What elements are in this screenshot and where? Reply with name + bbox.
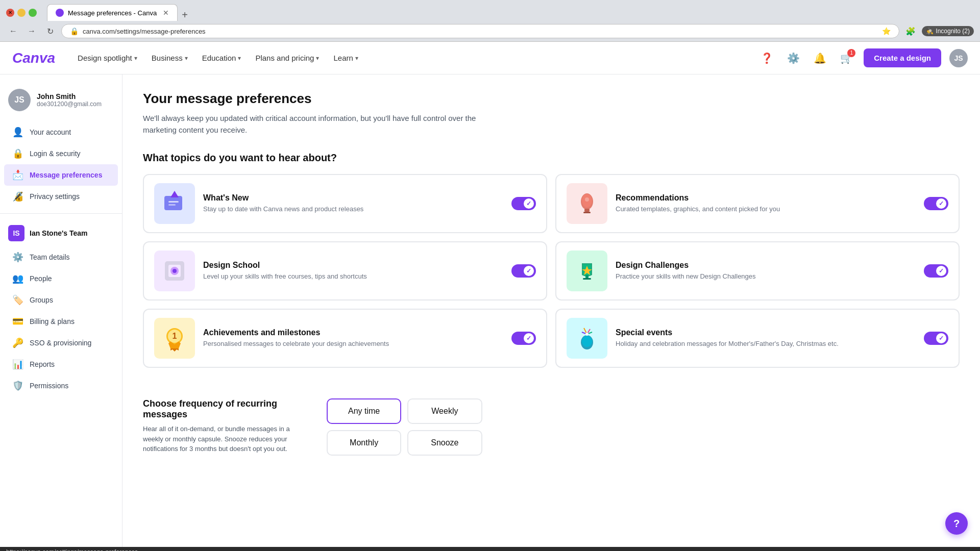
tab-favicon [56,9,64,17]
whats-new-name: What's New [203,193,503,203]
gear-icon: ⚙️ [12,252,23,263]
sidebar-item-sso-provisioning[interactable]: 🔑 SSO & provisioning [4,332,118,354]
status-bar: https://canva.com/settings/message-prefe… [0,547,980,551]
sidebar: JS John Smith doe301200@gmail.com 👤 Your… [0,74,122,547]
back-btn[interactable]: ← [6,24,20,38]
design-challenges-icon [567,251,607,291]
address-bar[interactable]: 🔒 canva.com/settings/message-preferences… [61,24,899,38]
svg-point-27 [585,333,589,336]
tab-close-btn[interactable]: ✕ [163,9,169,17]
envelope-icon: 📩 [12,169,23,181]
chevron-down-icon: ▾ [355,55,358,62]
help-btn[interactable]: ❓ [757,49,776,67]
billing-icon: 💳 [12,316,23,327]
whats-new-icon [154,183,195,224]
recommendations-toggle[interactable] [924,197,948,210]
sidebar-item-groups[interactable]: 🏷️ Groups [4,289,118,311]
shield-icon: 🛡️ [12,380,23,391]
sidebar-avatar: JS [8,89,31,111]
sidebar-item-reports[interactable]: 📊 Reports [4,354,118,375]
browser-close-btn[interactable]: ✕ [6,9,14,17]
new-tab-btn[interactable]: + [178,9,192,21]
recommendations-icon [567,183,607,224]
frequency-section: Choose frequency of recurring messages H… [143,388,960,456]
status-url: https://canva.com/settings/message-prefe… [6,548,138,551]
notifications-btn[interactable]: 🔔 [811,49,829,67]
special-events-content: Special events Holiday and celebration m… [616,328,916,348]
sidebar-item-your-account[interactable]: 👤 Your account [4,121,118,143]
special-events-name: Special events [616,328,916,337]
browser-title-bar: ✕ Message preferences - Canva ✕ + [0,0,980,21]
browser-actions: 🧩 🕵️ Incognito (2) [903,24,974,38]
freq-monthly-btn[interactable]: Monthly [327,430,401,456]
cart-btn[interactable]: 🛒 1 [837,49,855,67]
logo[interactable]: Canva [12,50,55,66]
design-school-desc: Level up your skills with free courses, … [203,272,503,281]
nav-business[interactable]: Business ▾ [145,49,194,66]
nav-plans-pricing[interactable]: Plans and pricing ▾ [249,49,325,66]
topic-card-achievements[interactable]: 1 Achievements and milestones Personalis… [143,309,547,368]
design-challenges-toggle[interactable] [924,264,948,278]
design-challenges-content: Design Challenges Practice your skills w… [616,261,916,281]
page-subtitle: We'll always keep you updated with criti… [143,113,500,136]
freq-weekly-btn[interactable]: Weekly [407,398,482,424]
design-challenges-name: Design Challenges [616,261,916,270]
sidebar-item-permissions[interactable]: 🛡️ Permissions [4,375,118,396]
nav-education[interactable]: Education ▾ [196,49,248,66]
tab-title: Message preferences - Canva [68,9,157,17]
topic-card-special-events[interactable]: Special events Holiday and celebration m… [555,309,960,368]
extensions-btn[interactable]: 🧩 [903,24,918,38]
refresh-btn[interactable]: ↻ [43,24,57,38]
sidebar-item-billing-plans[interactable]: 💳 Billing & plans [4,311,118,332]
chevron-down-icon: ▾ [134,55,137,62]
whats-new-toggle[interactable] [511,197,536,210]
sidebar-item-message-preferences[interactable]: 📩 Message preferences [4,164,118,186]
sidebar-item-privacy-settings[interactable]: 🔏 Privacy settings [4,186,118,207]
top-nav: Canva Design spotlight ▾ Business ▾ Educ… [0,42,980,74]
nav-items: Design spotlight ▾ Business ▾ Education … [71,49,757,66]
active-tab[interactable]: Message preferences - Canva ✕ [47,4,178,21]
forward-btn[interactable]: → [24,24,39,38]
logo-text: Canva [12,50,55,66]
browser-maximize-btn[interactable] [29,9,37,17]
design-school-toggle[interactable] [511,264,536,278]
topic-card-recommendations[interactable]: Recommendations Curated templates, graph… [555,174,960,233]
topic-card-design-school[interactable]: Design School Level up your skills with … [143,241,547,300]
svg-rect-6 [584,209,590,212]
create-design-btn[interactable]: Create a design [864,48,941,67]
address-bar-row: ← → ↻ 🔒 canva.com/settings/message-prefe… [0,21,980,41]
topics-grid: What's New Stay up to date with Canva ne… [143,174,960,368]
nav-learn[interactable]: Learn ▾ [327,49,364,66]
main-layout: JS John Smith doe301200@gmail.com 👤 Your… [0,74,980,547]
design-school-icon [154,251,195,291]
browser-minimize-btn[interactable] [17,9,26,17]
sidebar-item-people[interactable]: 👥 People [4,268,118,289]
incognito-badge[interactable]: 🕵️ Incognito (2) [922,26,974,36]
recommendations-name: Recommendations [616,193,916,203]
team-avatar: IS [8,225,24,241]
settings-btn[interactable]: ⚙️ [784,49,802,67]
nav-design-spotlight[interactable]: Design spotlight ▾ [71,49,143,66]
sidebar-item-login-security[interactable]: 🔒 Login & security [4,143,118,164]
svg-point-12 [173,269,177,273]
sidebar-email: doe301200@gmail.com [37,101,114,108]
sidebar-item-team-details[interactable]: ⚙️ Team details [4,246,118,268]
help-fab-btn[interactable]: ? [945,512,968,535]
freq-snooze-btn[interactable]: Snooze [407,430,482,456]
achievements-toggle[interactable] [511,332,536,345]
browser-chrome: ✕ Message preferences - Canva ✕ + ← → ↻ … [0,0,980,42]
app-container: Canva Design spotlight ▾ Business ▾ Educ… [0,42,980,547]
svg-rect-2 [168,201,179,203]
svg-rect-13 [585,275,589,278]
special-events-desc: Holiday and celebration messages for Mot… [616,339,916,348]
browser-controls: ✕ [6,9,37,17]
freq-any-time-btn[interactable]: Any time [327,398,401,424]
sidebar-user-info: John Smith doe301200@gmail.com [37,92,114,108]
special-events-toggle[interactable] [924,332,948,345]
topic-card-design-challenges[interactable]: Design Challenges Practice your skills w… [555,241,960,300]
topic-card-whats-new[interactable]: What's New Stay up to date with Canva ne… [143,174,547,233]
sidebar-team[interactable]: IS Ian Stone's Team [0,220,122,246]
sidebar-username: John Smith [37,92,114,101]
page-title: Your message preferences [143,91,960,107]
user-avatar[interactable]: JS [949,49,968,67]
